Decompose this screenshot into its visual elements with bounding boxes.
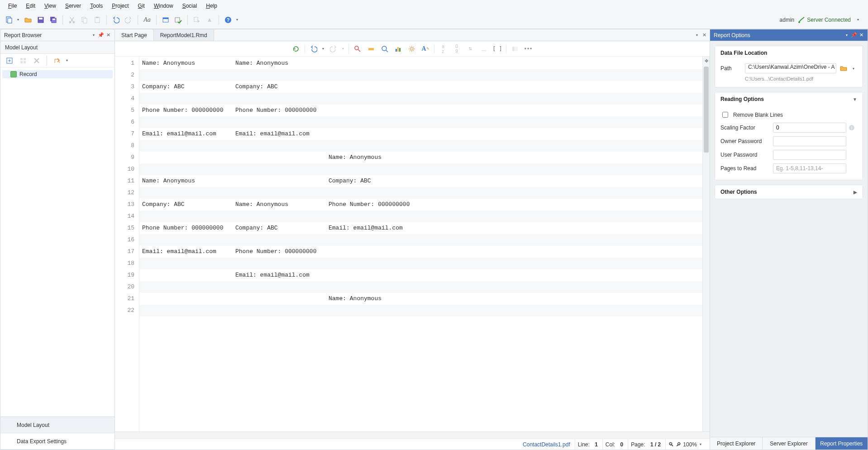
code-line[interactable] (139, 305, 702, 316)
undo-button[interactable] (110, 14, 121, 25)
tab-data-export[interactable]: Data Export Settings (0, 433, 114, 450)
refresh-button[interactable] (290, 43, 302, 55)
zoom-button[interactable] (379, 43, 391, 55)
chevron-down-icon[interactable]: ▾ (322, 47, 326, 51)
menu-social[interactable]: Social (178, 2, 202, 10)
grid-button[interactable] (18, 55, 29, 66)
save-button[interactable] (35, 14, 46, 25)
menu-server[interactable]: Server (61, 2, 86, 10)
font-style-button[interactable]: A✎ (420, 43, 431, 55)
close-icon[interactable]: ✕ (858, 33, 864, 38)
cut-button[interactable] (67, 14, 77, 25)
vertical-scrollbar[interactable]: ✥ (702, 57, 710, 431)
tab-report-properties[interactable]: Report Properties (815, 437, 868, 450)
path-input[interactable]: C:\Users\Kanwal.Azim\OneDrive - A (745, 63, 836, 73)
tab-project-explorer[interactable]: Project Explorer (710, 437, 762, 450)
code-line[interactable]: Name: AnonymousCompany: ABC (139, 175, 702, 187)
chevron-down-icon[interactable]: ▾ (342, 47, 346, 51)
tab-report-model[interactable]: ReportModel1.Rmd (154, 29, 214, 41)
code-line[interactable]: Email: email@mail.comEmail: email@mail.c… (139, 128, 702, 140)
owner-pw-input[interactable] (773, 136, 846, 146)
font-button[interactable]: Aa (142, 14, 153, 25)
info-icon[interactable]: i (849, 125, 854, 130)
chevron-down-icon[interactable]: ▾ (93, 33, 96, 37)
browse-button[interactable] (839, 64, 848, 73)
menu-view[interactable]: View (40, 2, 61, 10)
code-line[interactable]: Phone Number: 000000000Company: ABCEmail… (139, 222, 702, 234)
code-line[interactable]: Name: AnonymousName: Anonymous (139, 57, 702, 69)
collapse-icon[interactable]: ▼ (853, 97, 857, 102)
code-line[interactable]: Name: Anonymous (139, 152, 702, 163)
pin-icon[interactable]: 📌 (98, 33, 104, 38)
menu-file[interactable]: File (4, 2, 21, 10)
expand-icon[interactable]: ▶ (854, 190, 857, 195)
pages-input[interactable] (773, 163, 846, 173)
sort-asc-button[interactable]: az (437, 43, 449, 55)
validate-button[interactable] (173, 14, 184, 25)
move-icon[interactable]: ✥ (703, 58, 710, 63)
window-layout-button[interactable] (160, 14, 171, 25)
code-line[interactable] (139, 69, 702, 81)
layout-button[interactable] (509, 43, 521, 55)
code-line[interactable]: Company: ABCName: AnonymousPhone Number:… (139, 199, 702, 211)
pin-icon[interactable]: 📌 (851, 33, 857, 38)
chevron-down-icon[interactable]: ▾ (853, 67, 856, 71)
sort-num-button[interactable]: 09 (451, 43, 463, 55)
code-line[interactable]: Email: email@mail.comPhone Number: 00000… (139, 246, 702, 258)
redo-button[interactable] (328, 43, 339, 55)
debug-button[interactable] (204, 14, 215, 25)
code-line[interactable] (139, 211, 702, 222)
chevron-down-icon[interactable]: ▾ (700, 442, 703, 446)
scaling-input[interactable] (773, 123, 846, 133)
chevron-down-icon[interactable]: ▾ (66, 58, 70, 62)
close-icon[interactable]: ✕ (701, 33, 707, 38)
tab-model-layout[interactable]: Model Layout (0, 417, 114, 433)
status-file[interactable]: ContactDetails1.pdf (523, 441, 570, 448)
settings-button[interactable] (406, 43, 418, 55)
code-line[interactable] (139, 116, 702, 128)
menu-window[interactable]: Window (149, 2, 178, 10)
code-line[interactable]: Phone Number: 000000000Phone Number: 000… (139, 105, 702, 116)
code-line[interactable] (139, 234, 702, 246)
run-button[interactable] (191, 14, 202, 25)
save-all-button[interactable] (48, 14, 59, 25)
code-line[interactable] (139, 140, 702, 152)
code-line[interactable]: Company: ABCCompany: ABC (139, 81, 702, 93)
horizontal-scrollbar[interactable] (115, 431, 710, 439)
zoom-out-icon[interactable]: 🔍︎ (668, 441, 674, 448)
chevron-down-icon[interactable]: ▾ (846, 33, 849, 37)
zoom-in-icon[interactable]: 🔎︎ (676, 441, 681, 448)
menu-project[interactable]: Project (107, 2, 133, 10)
menu-tools[interactable]: Tools (86, 2, 107, 10)
highlight-button[interactable] (365, 43, 377, 55)
menu-help[interactable]: Help (201, 2, 222, 10)
code-line[interactable] (139, 281, 702, 293)
chevron-down-icon[interactable]: ▾ (17, 18, 21, 22)
redo-button[interactable] (123, 14, 134, 25)
menu-edit[interactable]: Edit (21, 2, 40, 10)
blank-button[interactable] (478, 43, 490, 55)
chevron-down-icon[interactable]: ▾ (857, 18, 861, 22)
toggle-button[interactable]: ⇅ (464, 43, 476, 55)
paste-button[interactable] (92, 14, 103, 25)
find-button[interactable] (352, 43, 363, 55)
chevron-down-icon[interactable]: ▾ (236, 18, 240, 22)
code-line[interactable]: Name: Anonymous (139, 293, 702, 305)
chevron-down-icon[interactable]: ▾ (696, 33, 700, 37)
close-icon[interactable]: ✕ (105, 33, 111, 38)
help-button[interactable]: ? (223, 14, 234, 25)
remove-blank-checkbox[interactable] (722, 112, 728, 118)
more-button[interactable]: ••• (523, 43, 534, 55)
new-button[interactable] (4, 14, 14, 25)
export-button[interactable] (52, 55, 62, 66)
code-line[interactable] (139, 258, 702, 269)
delete-button[interactable] (31, 55, 42, 66)
scroll-thumb[interactable] (704, 67, 709, 153)
tab-server-explorer[interactable]: Server Explorer (762, 437, 815, 450)
brackets-button[interactable]: [ ] (491, 43, 503, 55)
tab-start-page[interactable]: Start Page (115, 29, 154, 41)
copy-button[interactable] (79, 14, 90, 25)
code-view[interactable]: Name: AnonymousName: AnonymousCompany: A… (139, 57, 702, 431)
code-line[interactable] (139, 187, 702, 199)
tree-item-record[interactable]: Record (2, 70, 113, 78)
